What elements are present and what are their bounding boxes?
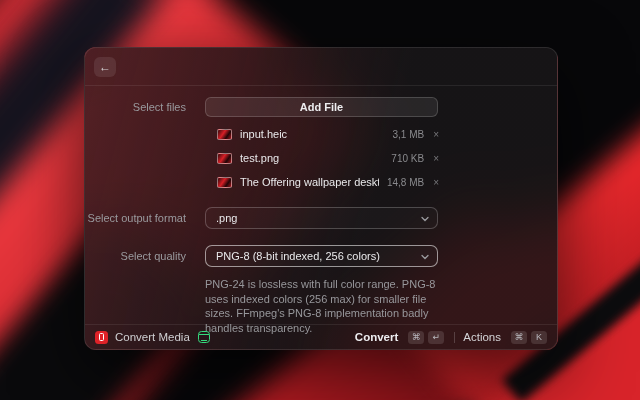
output-format-value: .png xyxy=(216,208,237,228)
file-name: test.png xyxy=(240,152,383,164)
footer-divider xyxy=(454,332,455,343)
output-format-label: Select output format xyxy=(85,207,186,229)
return-key-icon[interactable]: ↵ xyxy=(428,331,444,344)
chevron-down-icon xyxy=(421,253,429,261)
chevron-down-icon xyxy=(421,215,429,223)
file-row: input.heic 3,1 MB × xyxy=(217,122,439,146)
file-list: input.heic 3,1 MB × test.png 710 KB × Th… xyxy=(217,122,439,194)
file-name: The Offering wallpaper desktop.png xyxy=(240,176,379,188)
window-footer: Convert Media Convert ⌘ ↵ Actions ⌘ K xyxy=(85,324,557,349)
command-key-icon[interactable]: ⌘ xyxy=(511,331,527,344)
back-button[interactable]: ← xyxy=(94,57,116,77)
quality-row: Select quality PNG-8 (8-bit indexed, 256… xyxy=(85,245,557,267)
command-key-icon[interactable]: ⌘ xyxy=(408,331,424,344)
media-file-icon xyxy=(198,331,210,343)
convert-media-window: ← Select files Add File input.heic 3,1 M… xyxy=(84,47,558,350)
file-thumbnail-icon xyxy=(217,129,232,140)
add-file-button[interactable]: Add File xyxy=(205,97,438,117)
k-key-icon[interactable]: K xyxy=(531,331,547,344)
remove-file-icon[interactable]: × xyxy=(433,177,439,188)
remove-file-icon[interactable]: × xyxy=(433,129,439,140)
app-icon-frame xyxy=(99,333,104,341)
file-size: 3,1 MB xyxy=(392,129,424,140)
remove-file-icon[interactable]: × xyxy=(433,153,439,164)
file-name: input.heic xyxy=(240,128,384,140)
file-thumbnail-icon xyxy=(217,177,232,188)
file-row: test.png 710 KB × xyxy=(217,146,439,170)
convert-media-app-icon xyxy=(95,331,108,344)
window-header: ← xyxy=(85,48,557,86)
quality-select[interactable]: PNG-8 (8-bit indexed, 256 colors) xyxy=(205,245,438,267)
output-format-select[interactable]: .png xyxy=(205,207,438,229)
quality-value: PNG-8 (8-bit indexed, 256 colors) xyxy=(216,246,380,266)
quality-label: Select quality xyxy=(85,245,186,267)
file-row: The Offering wallpaper desktop.png 14,8 … xyxy=(217,170,439,194)
file-thumbnail-icon xyxy=(217,153,232,164)
footer-actions: Convert ⌘ ↵ Actions ⌘ K xyxy=(355,331,547,344)
footer-app-name: Convert Media xyxy=(115,331,190,343)
file-size: 14,8 MB xyxy=(387,177,424,188)
convert-button[interactable]: Convert xyxy=(355,331,398,343)
select-files-label: Select files xyxy=(85,97,186,117)
back-arrow-icon: ← xyxy=(99,60,111,74)
actions-button[interactable]: Actions xyxy=(463,331,501,343)
select-files-row: Select files Add File xyxy=(85,97,557,117)
output-format-row: Select output format .png xyxy=(85,207,557,229)
file-size: 710 KB xyxy=(391,153,424,164)
